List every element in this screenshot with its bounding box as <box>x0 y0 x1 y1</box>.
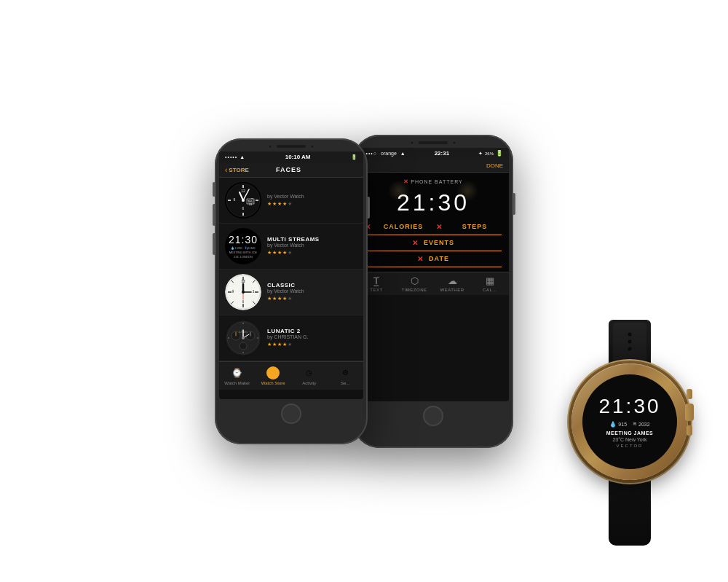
battery-pct: 26% <box>485 152 494 156</box>
config-tab-weather[interactable]: ☁ WEATHER <box>433 275 471 292</box>
star-1-2: ★ <box>272 201 277 207</box>
thumb-stats: 💧2.230 👣6.340 <box>231 246 255 250</box>
status-time-left: 10:10 AM <box>285 154 311 160</box>
watch-brand: VECTOR <box>617 444 644 448</box>
config-row-3[interactable]: ✕ DATE <box>365 251 502 267</box>
cal-icon: ▦ <box>486 275 494 286</box>
watchface-item-4[interactable]: LUNATIC LUNATIC 2 <box>219 315 363 361</box>
watchface-list: 12 3 6 9 THU 19 <box>219 178 363 361</box>
watchface-info-4: LUNATIC 2 by CHRISTIAN G. ★ ★ ★ ★ ★ <box>267 328 357 347</box>
watch-time: 21:30 <box>598 396 660 417</box>
timezone-icon: ⬡ <box>411 275 419 286</box>
stars-1: ★ ★ ★ ★ ★ <box>267 201 357 207</box>
tab-watchstore[interactable]: ⬇ Watch Store <box>256 365 292 387</box>
watchface-thumb-1: 12 3 6 9 THU 19 <box>225 182 261 219</box>
config-bg: ✕ PHONE BATTERY 21:30 ✕ CALORIES ✕ STEPS <box>357 173 509 272</box>
watch-button-top <box>687 389 692 399</box>
watchface-author-4: by CHRISTIAN G. <box>267 334 357 339</box>
phones-container: ••••• ▲ 10:10 AM 🔋 ‹ STORE FACES <box>215 135 513 448</box>
nav-bar-left: ‹ STORE FACES <box>219 163 363 178</box>
watchface-author-0: by Vector Watch <box>267 194 357 199</box>
svg-point-42 <box>228 337 229 339</box>
watchface-thumb-2: 21:30 💧2.230 👣6.340 MEETING WITH JOE 23C… <box>225 228 261 264</box>
config-row-1[interactable]: ✕ CALORIES ✕ STEPS <box>365 219 502 235</box>
settings-icon: ⚙ <box>339 366 352 380</box>
svg-point-33 <box>242 291 245 294</box>
watchface-name-3: CLASSIC <box>267 282 357 288</box>
speaker-right <box>419 141 448 144</box>
config-rows: ✕ CALORIES ✕ STEPS ✕ EVENTS ✕ <box>357 219 509 267</box>
back-chevron: ‹ <box>225 166 227 174</box>
tab-watchmaker[interactable]: ⌚ Watch Maker <box>219 365 256 387</box>
side-button-right <box>368 197 370 219</box>
x-steps: ✕ <box>436 223 442 231</box>
config-tab-timezone[interactable]: ⬡ TIMEZONE <box>395 275 433 292</box>
watchface-svg-analog: 12 3 6 9 THU 19 <box>225 182 261 219</box>
side-button-right-2 <box>513 193 515 215</box>
nav-title-left: FACES <box>276 166 301 173</box>
watchface-svg-lunatic: LUNATIC <box>225 320 261 356</box>
svg-point-15 <box>242 199 245 202</box>
watchface-svg-classic: 12 3 6 9 <box>225 274 261 310</box>
camera-dot <box>268 144 272 149</box>
strap-hole-2 <box>628 340 632 344</box>
status-bar-right: ••••○ orange ▲ 22:31 ✦ 26% 🔋 <box>357 148 509 160</box>
svg-point-46 <box>242 337 245 339</box>
label-date: DATE <box>429 255 449 262</box>
config-tab-cal[interactable]: ▦ CAL... <box>471 275 509 292</box>
config-row-2[interactable]: ✕ EVENTS <box>365 235 502 251</box>
watchface-thumb-3: 12 3 6 9 <box>225 274 261 310</box>
watchface-item-3[interactable]: 12 3 6 9 <box>219 270 363 315</box>
status-time-right: 22:31 <box>435 150 449 157</box>
watch-button-bottom <box>687 425 692 436</box>
signal-dots: ••••• <box>225 154 237 160</box>
tab-settings[interactable]: ⚙ Se... <box>328 365 364 387</box>
glow-2 <box>456 180 478 202</box>
back-label: STORE <box>229 167 248 173</box>
tab-bar-left: ⌚ Watch Maker ⬇ Watch Store ◷ Activity ⚙… <box>219 361 363 390</box>
status-bar-left: ••••• ▲ 10:10 AM 🔋 <box>219 152 363 163</box>
back-button[interactable]: ‹ STORE <box>225 166 249 174</box>
stars-3: ★ ★ ★ ★ ★ <box>267 296 357 302</box>
svg-text:12: 12 <box>241 189 245 193</box>
svg-text:12: 12 <box>241 280 245 283</box>
text-icon: T̲ <box>373 275 379 286</box>
watchface-item-2[interactable]: 21:30 💧2.230 👣6.340 MEETING WITH JOE 23C… <box>219 224 363 270</box>
thumb-weather: 23C LONDON <box>234 255 253 259</box>
wifi-icon-right: ▲ <box>400 151 405 156</box>
nav-bar-right: DONE <box>357 160 509 173</box>
tab-settings-label: Se... <box>341 381 349 385</box>
watchface-item-1[interactable]: 12 3 6 9 THU 19 <box>219 178 363 224</box>
home-button-left[interactable] <box>281 404 301 424</box>
star-1-1: ★ <box>267 201 272 207</box>
svg-text:6: 6 <box>242 206 245 211</box>
svg-point-41 <box>242 352 244 353</box>
svg-point-38 <box>240 342 247 350</box>
status-right-right: ✦ 26% 🔋 <box>478 150 503 157</box>
home-button-right[interactable] <box>423 406 443 426</box>
label-calories: CALORIES <box>376 223 430 230</box>
sensor-dot-right <box>452 141 456 145</box>
star-1-5: ★ <box>288 201 292 207</box>
left-phone-screen: ••••• ▲ 10:10 AM 🔋 ‹ STORE FACES <box>219 152 363 399</box>
label-events: EVENTS <box>424 239 454 246</box>
watch-container: 21:30 💧 915 ≋ 2032 MEETING JAMES 23°C Ne… <box>571 320 688 546</box>
steps-icon: ≋ <box>633 421 637 427</box>
tab-activity[interactable]: ◷ Activity <box>291 365 328 387</box>
watch-screen: 21:30 💧 915 ≋ 2032 MEETING JAMES 23°C Ne… <box>582 374 677 469</box>
tab-watchstore-label: Watch Store <box>261 381 285 385</box>
watch-stat-1: 💧 915 <box>609 421 627 428</box>
status-right-left: 🔋 <box>351 154 357 160</box>
watchmaker-icon: ⌚ <box>231 366 244 380</box>
phone-battery-row: ✕ PHONE BATTERY <box>357 177 509 186</box>
done-button[interactable]: DONE <box>486 162 503 169</box>
watch-stats: 💧 915 ≋ 2032 <box>609 421 649 428</box>
stars-2: ★ ★ ★ ★ ★ <box>267 250 357 256</box>
watchface-name-4: LUNATIC 2 <box>267 328 357 334</box>
x-events: ✕ <box>412 239 418 247</box>
watch-stat-2: ≋ 2032 <box>633 421 650 427</box>
star-1-3: ★ <box>277 201 282 207</box>
side-button-vol-down <box>213 233 215 255</box>
config-time-large: 21:30 <box>357 186 509 219</box>
battery-indicator: 🔋 <box>351 154 357 160</box>
